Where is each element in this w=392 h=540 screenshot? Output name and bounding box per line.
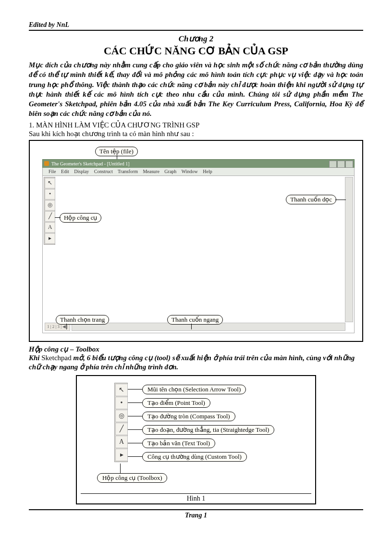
leader-line <box>128 389 142 389</box>
label-compass-tool: Tạo đường tròn (Compass Tool) <box>142 412 235 421</box>
desc-app: Sketchpad <box>41 354 71 362</box>
chapter-label: Chương 2 <box>29 34 363 44</box>
figure-caption: Hình 1 <box>81 493 311 502</box>
tool-point[interactable]: • <box>115 397 128 409</box>
leader-line <box>128 416 142 416</box>
page-footer: Trang 1 <box>29 509 363 519</box>
menu-help[interactable]: Help <box>203 169 212 174</box>
figure-gsp-window: Tên tệp (file) The Geometer's Sketchpad … <box>29 140 363 342</box>
tool-point[interactable]: • <box>45 189 55 200</box>
toolbox-description: Khi Sketchpad mở, 6 biểu tượng công cụ (… <box>29 353 363 372</box>
page-title: CÁC CHỨC NĂNG CƠ BẢN CỦA GSP <box>29 45 363 57</box>
leader-line <box>128 429 142 430</box>
figure-toolbox: ↖ • ◎ ╱ A ▸ Mũi tên chọn (Selection Arro… <box>76 375 316 504</box>
tool-compass[interactable]: ◎ <box>115 410 128 422</box>
callout-toolbox: Hộp công cụ <box>60 213 101 223</box>
menu-file[interactable]: File <box>49 169 56 174</box>
leader-line <box>66 324 67 329</box>
menu-edit[interactable]: Edit <box>61 169 69 174</box>
window-buttons <box>329 161 353 168</box>
tool-custom[interactable]: ▸ <box>45 233 55 244</box>
desc-prefix: Khi <box>29 354 41 362</box>
label-straightedge-tool: Tạo đoạn, đường thẳng, tia (Straightedge… <box>142 425 274 435</box>
vertical-scrollbar[interactable] <box>345 177 353 322</box>
toolbox-column: ↖ • ◎ ╱ A ▸ <box>114 383 128 462</box>
leader-line <box>128 456 142 457</box>
callout-pagesel: Thanh chọn trang <box>56 315 109 325</box>
callout-hscroll: Thanh cuốn ngang <box>167 315 223 325</box>
tool-compass[interactable]: ◎ <box>45 200 55 211</box>
close-button[interactable] <box>345 161 353 168</box>
label-text-tool: Tạo bản văn (Text Tool) <box>142 439 215 448</box>
tool-arrow[interactable]: ↖ <box>115 384 128 396</box>
menu-window[interactable]: Window <box>182 169 198 174</box>
section-1-subtext: Sau khi kích hoạt chương trình ta có màn… <box>29 129 363 138</box>
minimize-button[interactable] <box>329 161 337 168</box>
desc-rest: mở, 6 biểu tượng công cụ (tool) sẽ xuất … <box>29 354 355 371</box>
menu-construct[interactable]: Construct <box>94 169 113 174</box>
header-edited-by: Edited by NnL <box>29 21 363 31</box>
menu-measure[interactable]: Measure <box>143 169 159 174</box>
menu-graph[interactable]: Graph <box>164 169 176 174</box>
leader-line <box>191 324 192 329</box>
leader-line <box>120 464 121 474</box>
tool-straightedge[interactable]: ╱ <box>45 211 55 222</box>
callout-vscroll: Thanh cuốn dọc <box>286 195 336 204</box>
tool-text[interactable]: A <box>45 222 55 233</box>
tool-custom[interactable]: ▸ <box>115 449 128 461</box>
gsp-menubar: File Edit Display Construct Transform Me… <box>42 168 355 176</box>
tool-text[interactable]: A <box>115 436 128 448</box>
label-point-tool: Tạo điểm (Point Tool) <box>142 398 210 408</box>
gsp-titlebar: The Geometer's Sketchpad - [Untitled 1] <box>42 159 355 169</box>
section-1-heading: 1. MÀN HÌNH LÀM VIỆC CỦA CHƯƠNG TRÌNH GS… <box>29 121 363 129</box>
label-arrow-tool: Mũi tên chọn (Selection Arrow Tool) <box>142 385 246 394</box>
menu-display[interactable]: Display <box>74 169 89 174</box>
intro-paragraph: Mục đích của chương này nhằm cung cấp ch… <box>29 60 363 119</box>
menu-transform[interactable]: Transform <box>118 169 138 174</box>
tool-straightedge[interactable]: ╱ <box>115 423 128 435</box>
label-toolbox: Hộp công cụ (Toolbox) <box>97 473 167 483</box>
leader-line <box>128 443 142 443</box>
leader-line <box>335 200 346 200</box>
gsp-titlebar-text: The Geometer's Sketchpad - [Untitled 1] <box>51 161 130 166</box>
leader-line <box>128 402 142 403</box>
maximize-button[interactable] <box>337 161 345 168</box>
label-custom-tool: Công cụ thường dùng (Custom Tool) <box>142 452 247 462</box>
gsp-toolbox: ↖ • ◎ ╱ A ▸ <box>44 177 55 245</box>
callout-file-title: Tên tệp (file) <box>95 147 138 156</box>
toolbox-subtitle: Hộp công cụ – Toolbox <box>29 345 363 353</box>
tool-arrow[interactable]: ↖ <box>45 178 55 188</box>
leader-line <box>55 217 61 218</box>
